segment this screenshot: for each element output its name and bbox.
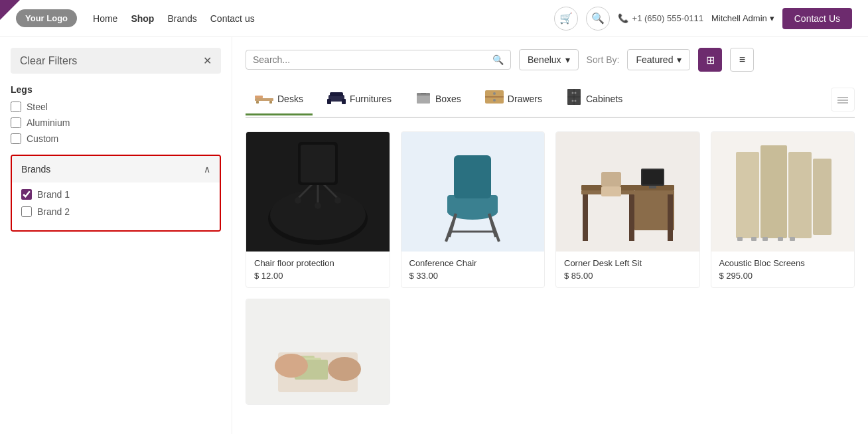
- brand1-checkbox[interactable]: [21, 189, 32, 200]
- user-menu[interactable]: Mitchell Admin ▾: [711, 13, 774, 23]
- boxes-icon: [415, 89, 431, 108]
- svg-point-14: [493, 99, 496, 102]
- search-input[interactable]: [253, 54, 487, 65]
- legs-steel-item[interactable]: Steel: [11, 102, 221, 112]
- product-info-2: Conference Chair $ 33.00: [401, 252, 545, 287]
- nav-links: Home Shop Brands Contact us: [93, 13, 255, 24]
- furnitures-label: Furnitures: [350, 94, 392, 104]
- region-dropdown[interactable]: Benelux ▾: [519, 49, 579, 70]
- svg-rect-48: [583, 194, 588, 241]
- cart-button[interactable]: 🛒: [554, 7, 578, 31]
- clear-filters-button[interactable]: Clear Filters ✕: [11, 48, 221, 74]
- svg-rect-5: [327, 99, 331, 104]
- nav-contact[interactable]: Contact us: [210, 13, 255, 24]
- svg-rect-59: [813, 159, 832, 235]
- svg-rect-8: [417, 94, 430, 104]
- svg-rect-62: [762, 237, 768, 241]
- product-image-2: [401, 132, 545, 252]
- svg-rect-51: [601, 172, 621, 186]
- product-card-5[interactable]: [246, 299, 390, 405]
- product-name-3: Corner Desk Left Sit: [564, 258, 691, 268]
- search-icon: 🔍: [492, 54, 504, 65]
- svg-rect-60: [737, 237, 743, 241]
- phone-info: 📞 +1 (650) 555-0111: [618, 13, 703, 23]
- brand2-item[interactable]: Brand 2: [21, 206, 210, 217]
- drawers-label: Drawers: [508, 94, 542, 104]
- svg-rect-52: [601, 186, 621, 196]
- brand1-item[interactable]: Brand 1: [21, 189, 210, 200]
- product-card-2[interactable]: Conference Chair $ 33.00: [401, 131, 545, 288]
- product-info-1: Chair floor protection $ 12.00: [246, 252, 390, 287]
- product-card-1[interactable]: Chair floor protection $ 12.00: [246, 131, 390, 288]
- svg-rect-23: [837, 100, 848, 101]
- product-name-2: Conference Chair: [409, 258, 537, 268]
- desks-label: Desks: [277, 94, 303, 104]
- toolbar: 🔍 Benelux ▾ Sort By: Featured ▾ ⊞ ≡: [246, 48, 855, 72]
- product-name-1: Chair floor protection: [254, 258, 382, 268]
- svg-rect-6: [342, 99, 346, 104]
- nav-shop[interactable]: Shop: [131, 13, 154, 24]
- svg-rect-64: [790, 237, 795, 241]
- category-boxes[interactable]: Boxes: [406, 82, 470, 117]
- svg-rect-36: [301, 145, 335, 182]
- category-desks[interactable]: Desks: [246, 84, 313, 115]
- svg-point-31: [295, 197, 301, 204]
- navbar: Your Logo Home Shop Brands Contact us 🛒 …: [0, 0, 868, 37]
- svg-rect-61: [751, 237, 757, 241]
- clear-filters-label: Clear Filters: [20, 55, 77, 67]
- svg-rect-49: [668, 194, 673, 241]
- nav-home[interactable]: Home: [93, 13, 117, 24]
- user-name: Mitchell Admin: [711, 13, 767, 23]
- product-image-3: [556, 132, 699, 252]
- svg-rect-56: [736, 152, 759, 238]
- furnitures-icon: [327, 90, 346, 108]
- legs-custom-item[interactable]: Custom: [11, 133, 221, 144]
- brand2-label: Brand 2: [37, 206, 70, 217]
- svg-rect-57: [760, 145, 787, 238]
- region-label: Benelux: [528, 54, 561, 65]
- category-furnitures[interactable]: Furnitures: [318, 83, 401, 116]
- sort-dropdown[interactable]: Featured ▾: [627, 49, 690, 70]
- logo[interactable]: Your Logo: [16, 9, 77, 27]
- svg-rect-55: [649, 186, 656, 188]
- nav-brands[interactable]: Brands: [167, 13, 196, 24]
- category-drawers[interactable]: Drawers: [476, 84, 551, 115]
- boxes-label: Boxes: [435, 94, 461, 104]
- more-categories-icon[interactable]: [831, 88, 855, 111]
- legs-custom-checkbox[interactable]: [11, 133, 21, 144]
- list-view-button[interactable]: ≡: [730, 48, 754, 72]
- brand2-checkbox[interactable]: [21, 206, 32, 217]
- brands-header[interactable]: Brands ∧: [12, 156, 220, 182]
- chevron-up-icon: ∧: [204, 164, 210, 175]
- svg-rect-1: [256, 101, 259, 104]
- product-name-4: Acoustic Bloc Screens: [719, 258, 847, 268]
- product-image-5: [246, 299, 390, 405]
- svg-point-69: [275, 354, 308, 378]
- product-price-1: $ 12.00: [254, 271, 382, 281]
- product-card-4[interactable]: Acoustic Bloc Screens $ 295.00: [711, 131, 855, 288]
- grid-view-button[interactable]: ⊞: [698, 48, 722, 72]
- svg-rect-10: [421, 93, 426, 94]
- product-image-4: [711, 132, 855, 252]
- svg-point-18: [571, 92, 573, 94]
- chevron-down-icon: ▾: [565, 54, 570, 65]
- contact-us-button[interactable]: Contact Us: [782, 8, 852, 29]
- legs-aluminium-checkbox[interactable]: [11, 117, 21, 128]
- svg-rect-0: [255, 98, 273, 101]
- svg-rect-58: [788, 152, 812, 238]
- product-info-3: Corner Desk Left Sit $ 85.00: [556, 252, 699, 287]
- cabinets-label: Cabinets: [586, 94, 622, 104]
- close-icon: ✕: [203, 54, 212, 67]
- search-box[interactable]: 🔍: [246, 50, 511, 70]
- product-card-3[interactable]: Corner Desk Left Sit $ 85.00: [555, 131, 700, 288]
- category-cabinets[interactable]: Cabinets: [557, 82, 632, 117]
- legs-aluminium-item[interactable]: Aluminium: [11, 117, 221, 128]
- nav-right: 🛒 🔍 📞 +1 (650) 555-0111 Mitchell Admin ▾…: [554, 7, 852, 31]
- search-button[interactable]: 🔍: [586, 7, 610, 31]
- legs-aluminium-label: Aluminium: [27, 117, 70, 128]
- phone-icon: 📞: [618, 13, 628, 23]
- svg-rect-39: [454, 155, 491, 198]
- svg-rect-45: [581, 185, 674, 190]
- legs-steel-checkbox[interactable]: [11, 102, 21, 112]
- page-layout: Clear Filters ✕ Legs Steel Aluminium Cus…: [0, 37, 868, 434]
